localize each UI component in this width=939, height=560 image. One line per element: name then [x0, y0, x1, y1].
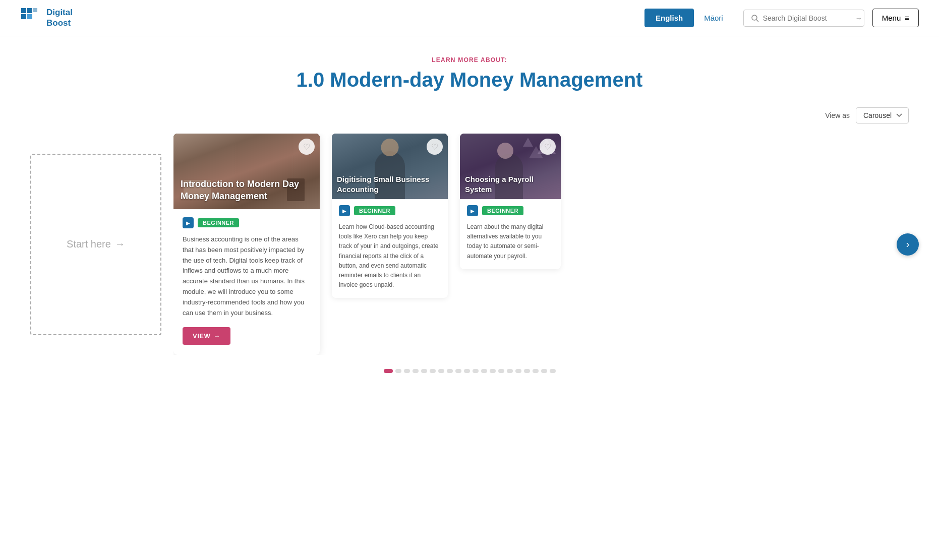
- carousel-dot-17[interactable]: [533, 369, 539, 373]
- card-intro-description: Business accounting is one of the areas …: [183, 234, 311, 318]
- play-icon: ▶: [183, 217, 194, 228]
- svg-rect-2: [21, 14, 26, 19]
- card-payroll-badge: BEGINNER: [482, 206, 523, 215]
- svg-rect-3: [27, 14, 32, 19]
- card-digitising-favorite-button[interactable]: ♡: [427, 139, 443, 155]
- card-payroll-image: Choosing a Payroll System ♡: [460, 134, 561, 199]
- card-intro-badge-row: ▶ BEGINNER: [183, 217, 311, 228]
- carousel-dot-13[interactable]: [498, 369, 504, 373]
- card-digitising-image: Digitising Small Business Accounting ♡: [332, 134, 448, 199]
- main-content: LEARN MORE ABOUT: 1.0 Modern-day Money M…: [0, 36, 939, 403]
- english-button[interactable]: English: [644, 9, 694, 27]
- card-payroll: Choosing a Payroll System ♡ ▶ BEGINNER L…: [460, 134, 561, 269]
- svg-rect-4: [33, 8, 37, 12]
- carousel-dot-0[interactable]: [384, 369, 393, 373]
- card-intro-image: Introduction to Modern Day Money Managem…: [173, 134, 320, 209]
- page-title: 1.0 Modern-day Money Management: [30, 69, 909, 91]
- svg-rect-0: [21, 8, 26, 13]
- carousel-dot-16[interactable]: [524, 369, 530, 373]
- carousel-dot-7[interactable]: [447, 369, 453, 373]
- carousel-dot-11[interactable]: [481, 369, 487, 373]
- carousel-dots: [30, 369, 909, 373]
- start-here-arrow-icon: →: [115, 238, 125, 250]
- logo-text: Digital Boost: [46, 8, 73, 28]
- card-payroll-favorite-button[interactable]: ♡: [540, 139, 556, 155]
- card-payroll-description: Learn about the many digital alternative…: [467, 222, 554, 261]
- card-digitising-body: ▶ BEGINNER Learn how Cloud-based account…: [332, 199, 448, 298]
- logo[interactable]: Digital Boost: [20, 7, 73, 29]
- search-icon: [751, 14, 759, 22]
- card-intro-body: ▶ BEGINNER Business accounting is one of…: [173, 209, 320, 355]
- carousel-dot-4[interactable]: [421, 369, 427, 373]
- card-payroll-badge-row: ▶ BEGINNER: [467, 205, 554, 216]
- card-intro-view-button[interactable]: VIEW →: [183, 327, 230, 345]
- logo-icon: [20, 7, 42, 29]
- carousel-area: Start here → Introduction to Modern Day …: [30, 134, 909, 355]
- play-icon-2: ▶: [339, 205, 350, 216]
- view-as-row: View as Carousel Grid List: [30, 107, 909, 123]
- carousel-dot-19[interactable]: [550, 369, 556, 373]
- carousel-dot-15[interactable]: [515, 369, 521, 373]
- search-box[interactable]: →: [743, 10, 864, 27]
- card-intro: Introduction to Modern Day Money Managem…: [173, 134, 320, 355]
- view-arrow-icon: →: [213, 332, 220, 340]
- carousel-dot-3[interactable]: [413, 369, 419, 373]
- svg-rect-1: [27, 8, 32, 13]
- learn-more-label: LEARN MORE ABOUT:: [30, 56, 909, 64]
- carousel-dot-14[interactable]: [507, 369, 513, 373]
- card-intro-badge: BEGINNER: [198, 218, 239, 227]
- view-as-select[interactable]: Carousel Grid List: [856, 107, 909, 123]
- search-arrow-icon: →: [855, 14, 862, 22]
- menu-label: Menu: [882, 14, 901, 22]
- view-as-label: View as: [825, 111, 850, 119]
- carousel-dot-8[interactable]: [455, 369, 461, 373]
- menu-button[interactable]: Menu ≡: [872, 9, 919, 27]
- card-digitising-title: Digitising Small Business Accounting: [337, 174, 443, 194]
- svg-line-6: [756, 20, 758, 22]
- start-here-card[interactable]: Start here →: [30, 154, 161, 335]
- card-digitising-badge: BEGINNER: [354, 206, 395, 215]
- card-digitising-badge-row: ▶ BEGINNER: [339, 205, 441, 216]
- carousel-dot-2[interactable]: [404, 369, 410, 373]
- card-intro-title: Introduction to Modern Day Money Managem…: [181, 178, 313, 202]
- card-payroll-title: Choosing a Payroll System: [465, 174, 556, 194]
- start-here-text: Start here →: [67, 238, 125, 250]
- carousel-next-button[interactable]: ›: [897, 233, 919, 256]
- card-intro-favorite-button[interactable]: ♡: [299, 139, 315, 155]
- carousel-dot-1[interactable]: [395, 369, 401, 373]
- cards-container: Introduction to Modern Day Money Managem…: [173, 134, 909, 355]
- carousel-dot-12[interactable]: [490, 369, 496, 373]
- carousel-dot-9[interactable]: [464, 369, 470, 373]
- carousel-dot-18[interactable]: [541, 369, 547, 373]
- card-payroll-body: ▶ BEGINNER Learn about the many digital …: [460, 199, 561, 269]
- carousel-dot-10[interactable]: [473, 369, 479, 373]
- header: Digital Boost English Māori → Menu ≡: [0, 0, 939, 36]
- play-icon-3: ▶: [467, 205, 478, 216]
- search-input[interactable]: [763, 14, 851, 22]
- carousel-dot-6[interactable]: [438, 369, 444, 373]
- language-switcher: English Māori: [644, 9, 731, 27]
- card-digitising: Digitising Small Business Accounting ♡ ▶…: [332, 134, 448, 298]
- card-digitising-description: Learn how Cloud-based accounting tools l…: [339, 222, 441, 290]
- maori-button[interactable]: Māori: [696, 9, 731, 27]
- carousel-dot-5[interactable]: [430, 369, 436, 373]
- hamburger-icon: ≡: [905, 14, 909, 22]
